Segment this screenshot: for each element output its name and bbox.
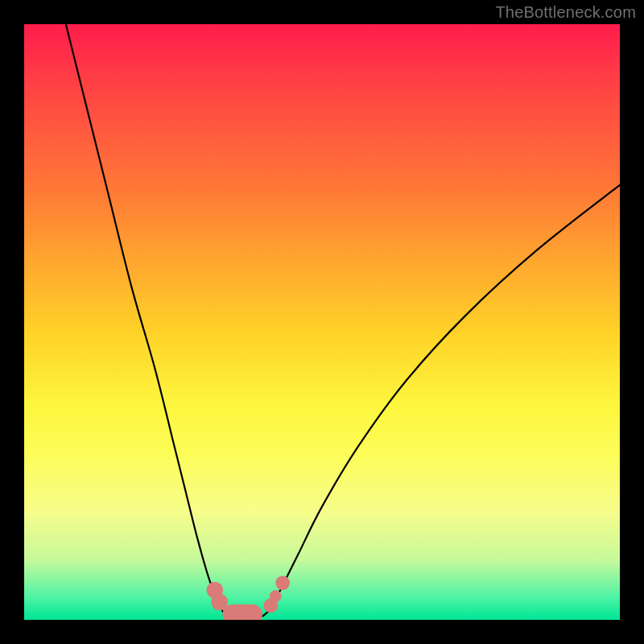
left-marker-2 (211, 593, 228, 610)
plot-area (24, 24, 620, 620)
chart-stage: TheBottleneck.com (0, 0, 644, 644)
right-marker-2 (270, 590, 282, 602)
left-curve (66, 24, 227, 617)
right-curve (262, 185, 620, 617)
right-marker-3 (275, 576, 290, 590)
watermark-text: TheBottleneck.com (495, 3, 636, 22)
chart-svg (24, 24, 620, 620)
valley-capsule (222, 605, 262, 620)
